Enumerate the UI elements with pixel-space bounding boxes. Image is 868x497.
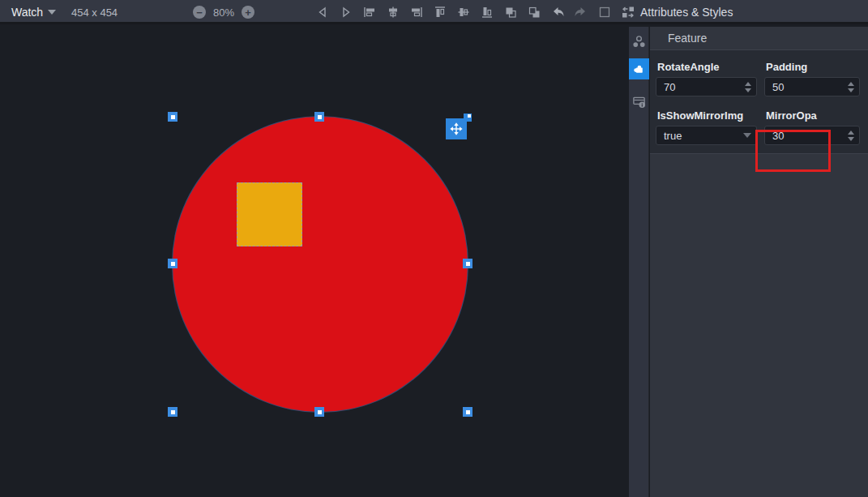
selection-handle-bottom-right[interactable] (463, 407, 472, 417)
selection-handle-bottom-center[interactable] (314, 407, 324, 417)
align-top-icon[interactable] (433, 6, 447, 19)
feature-section-title: Feature (668, 32, 707, 45)
red-circle-shape[interactable] (173, 117, 468, 412)
align-bottom-icon[interactable] (480, 6, 494, 19)
panel-tab-strip (629, 27, 649, 497)
padding-spinner[interactable] (848, 82, 854, 92)
selection-handle-middle-left[interactable] (168, 259, 177, 268)
feature-section-header: Feature (650, 27, 868, 50)
watch-designer-app: Watch 454 x 454 − 80% + (0, 0, 868, 497)
align-center-horizontal-icon[interactable] (386, 6, 400, 19)
align-left-icon[interactable] (362, 6, 376, 19)
redo-icon[interactable] (574, 6, 588, 19)
move-handle[interactable] (446, 114, 468, 135)
padding-label: Padding (766, 61, 807, 73)
move-icon (446, 118, 467, 139)
swap-component-icon[interactable] (621, 6, 635, 19)
hierarchy-icon (632, 35, 646, 49)
tab-hierarchy[interactable] (629, 31, 649, 52)
is-show-mirror-img-label: IsShowMirrorImg (657, 109, 743, 122)
tab-attribute-info[interactable] (629, 91, 649, 112)
watch-dropdown-label: Watch (11, 6, 43, 19)
mirror-opa-label: MirrorOpa (766, 109, 817, 122)
padding-input[interactable]: 50 (764, 77, 860, 96)
undo-icon[interactable] (550, 6, 564, 19)
bring-to-front-icon[interactable] (503, 6, 517, 19)
attributes-panel: Feature RotateAngle Padding 70 50 IsShow… (650, 27, 868, 497)
zoom-in-button[interactable]: + (242, 6, 254, 19)
selection-handle-top-center[interactable] (314, 112, 324, 122)
send-to-back-icon[interactable] (527, 6, 541, 19)
marquee-square-icon[interactable] (597, 6, 611, 19)
feature-fields: RotateAngle Padding 70 50 IsShowMirrorIm… (650, 50, 868, 154)
canvas-size-label: 454 x 454 (71, 0, 118, 24)
tab-component-active[interactable] (629, 58, 649, 79)
mirror-opa-spinner[interactable] (848, 131, 854, 141)
top-toolbar: Watch 454 x 454 − 80% + (0, 0, 868, 24)
list-info-icon (632, 95, 646, 109)
dropdown-chevron-icon (743, 133, 751, 138)
align-right-icon[interactable] (409, 6, 423, 19)
panel-title: Attributes & Styles (640, 0, 733, 24)
rotate-angle-label: RotateAngle (657, 61, 720, 73)
mirror-opa-input[interactable]: 30 (764, 126, 860, 145)
selection-handle-middle-right[interactable] (463, 259, 472, 268)
selection-handle-top-left[interactable] (168, 112, 177, 122)
toolbar-icon-group (315, 0, 635, 24)
design-canvas[interactable] (0, 27, 629, 497)
puzzle-icon (632, 62, 646, 76)
is-show-mirror-img-select[interactable]: true (656, 126, 757, 145)
zoom-level-label: 80% (213, 6, 234, 19)
forward-icon[interactable] (339, 6, 353, 19)
watch-dropdown[interactable]: Watch (11, 0, 56, 24)
back-icon[interactable] (315, 6, 329, 19)
orange-square-shape[interactable] (237, 182, 302, 246)
rotate-angle-spinner[interactable] (745, 82, 751, 92)
selection-handle-bottom-left[interactable] (168, 407, 177, 417)
align-middle-vertical-icon[interactable] (456, 6, 470, 19)
zoom-out-button[interactable]: − (193, 6, 206, 19)
chevron-down-icon (48, 10, 56, 15)
zoom-controls: − 80% + (193, 0, 254, 24)
rotate-angle-input[interactable]: 70 (656, 77, 757, 96)
